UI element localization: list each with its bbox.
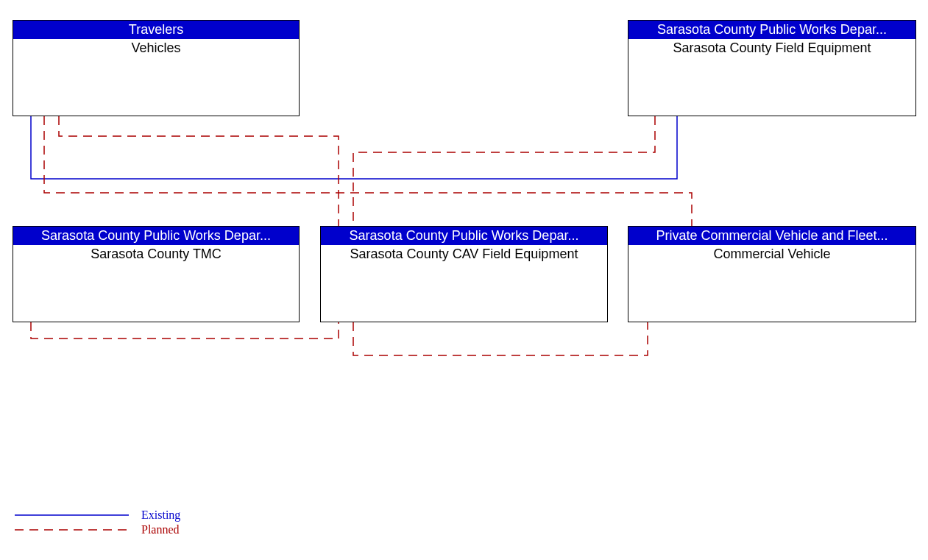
node-field-equipment[interactable]: Sarasota County Public Works Depar... Sa… — [628, 20, 916, 116]
node-field-equipment-header: Sarasota County Public Works Depar... — [628, 21, 915, 39]
node-commercial-vehicle-header: Private Commercial Vehicle and Fleet... — [628, 227, 915, 245]
node-cav-body: Sarasota County CAV Field Equipment — [321, 245, 607, 263]
edge-vehicles-fieldeq-existing — [31, 116, 677, 179]
node-commercial-vehicle-body: Commercial Vehicle — [628, 245, 915, 263]
edge-cav-commercial-planned — [353, 322, 648, 355]
node-cav-header: Sarasota County Public Works Depar... — [321, 227, 607, 245]
diagram-canvas: Travelers Vehicles Sarasota County Publi… — [0, 0, 928, 560]
node-vehicles-body: Vehicles — [13, 39, 299, 57]
edge-fieldeq-cav-planned — [353, 116, 655, 226]
edge-tmc-cav-planned — [31, 322, 339, 339]
node-cav[interactable]: Sarasota County Public Works Depar... Sa… — [320, 226, 608, 322]
node-tmc[interactable]: Sarasota County Public Works Depar... Sa… — [13, 226, 300, 322]
node-field-equipment-body: Sarasota County Field Equipment — [628, 39, 915, 57]
node-commercial-vehicle[interactable]: Private Commercial Vehicle and Fleet... … — [628, 226, 916, 322]
node-tmc-header: Sarasota County Public Works Depar... — [13, 227, 299, 245]
legend-label-existing: Existing — [141, 508, 180, 522]
edge-vehicles-cav-planned — [59, 116, 339, 226]
edge-vehicles-commercial-planned — [44, 116, 692, 226]
node-vehicles[interactable]: Travelers Vehicles — [13, 20, 300, 116]
node-vehicles-header: Travelers — [13, 21, 299, 39]
legend-label-planned: Planned — [141, 523, 180, 536]
node-tmc-body: Sarasota County TMC — [13, 245, 299, 263]
